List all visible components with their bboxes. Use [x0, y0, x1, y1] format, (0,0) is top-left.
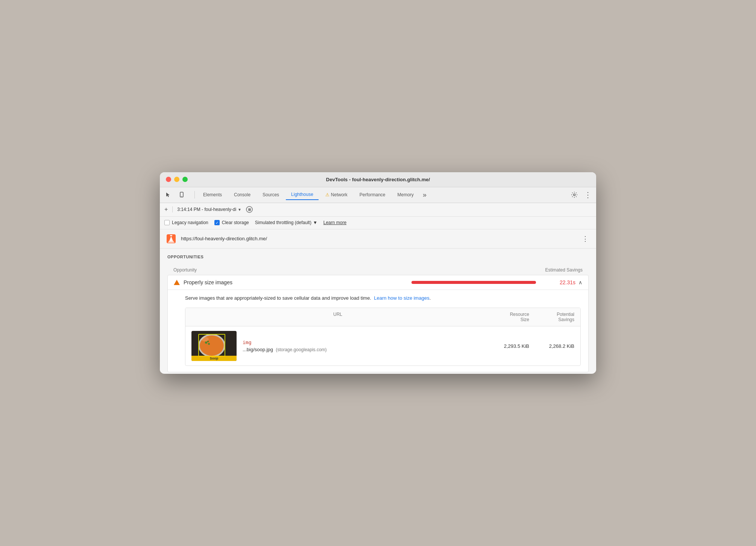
col-potential-savings-header: Potential Savings	[529, 312, 574, 322]
settings-button[interactable]	[569, 190, 580, 200]
tab-elements[interactable]: Elements	[198, 190, 227, 200]
legacy-navigation-check[interactable]	[164, 220, 170, 225]
audit-bar-container	[411, 281, 547, 284]
resource-savings-value: 2,268.2 KiB	[529, 343, 574, 349]
tab-sources[interactable]: Sources	[257, 190, 284, 200]
resource-url-column: img ...big/soop.jpg (storage.googleapis.…	[243, 340, 484, 352]
resource-thumbnail: Soop	[191, 331, 237, 361]
add-session-button[interactable]: +	[164, 206, 168, 213]
audit-title: Properly size images	[184, 279, 405, 285]
minimize-button[interactable]	[174, 177, 179, 182]
more-tabs-button[interactable]: »	[421, 190, 429, 200]
col-resource-size-header: Resource Size	[484, 312, 529, 322]
resource-row: Soop img ...big/soop.jpg (storage.google…	[185, 326, 580, 366]
throttling-label: Simulated throttling (default)	[255, 220, 311, 225]
thumbnail-label: Soop	[191, 356, 237, 361]
stop-icon	[248, 208, 251, 211]
session-text: 3:14:14 PM - foul-heavenly-di	[177, 207, 236, 212]
resource-size-value: 2,293.5 KiB	[484, 343, 529, 349]
page-url: https://foul-heavenly-direction.glitch.m…	[181, 236, 580, 241]
legacy-navigation-label: Legacy navigation	[172, 220, 208, 225]
audit-collapse-chevron-icon[interactable]: ∧	[578, 279, 582, 285]
learn-how-link[interactable]: Learn how to size images	[374, 295, 429, 301]
device-toggle-button[interactable]	[176, 190, 187, 200]
devtools-window: DevTools - foul-heavenly-direction.glitc…	[160, 172, 596, 374]
tab-network-label: Network	[331, 192, 348, 197]
clear-storage-checkbox[interactable]: ✓ Clear storage	[214, 220, 249, 225]
tab-memory[interactable]: Memory	[392, 190, 419, 200]
audit-row-header[interactable]: Properly size images 22.31s ∧	[168, 275, 588, 290]
resource-filename: ...big/soop.jpg (storage.googleapis.com)	[243, 347, 484, 352]
opportunities-table-header: Opportunity Estimated Savings	[167, 265, 589, 275]
clear-storage-check[interactable]: ✓	[214, 220, 220, 225]
audit-savings-bar	[411, 281, 536, 284]
toolbar-divider	[172, 206, 173, 212]
col-url-header: URL	[191, 312, 484, 322]
url-bar: https://foul-heavenly-direction.glitch.m…	[160, 229, 596, 249]
thumbnail-border	[198, 334, 225, 356]
col-header-savings: Estimated Savings	[545, 267, 583, 273]
tab-network[interactable]: ⚠ Network	[320, 190, 353, 200]
stop-button[interactable]	[246, 206, 253, 213]
cursor-tool-button[interactable]	[163, 190, 173, 200]
tab-performance[interactable]: Performance	[354, 190, 391, 200]
maximize-button[interactable]	[182, 177, 188, 182]
resource-table: URL Resource Size Potential Savings	[185, 308, 581, 366]
tab-console[interactable]: Console	[229, 190, 256, 200]
legacy-navigation-checkbox[interactable]: Legacy navigation	[164, 220, 208, 225]
secondary-toolbar: + 3:14:14 PM - foul-heavenly-di ▼	[160, 203, 596, 217]
options-bar: Legacy navigation ✓ Clear storage Simula…	[160, 217, 596, 229]
session-selector[interactable]: 3:14:14 PM - foul-heavenly-di ▼	[177, 207, 241, 212]
audit-expanded-content: Serve images that are appropriately-size…	[168, 290, 588, 372]
opportunities-section: OPPORTUNITIES Opportunity Estimated Savi…	[160, 249, 596, 373]
learn-more-link[interactable]: Learn more	[323, 220, 346, 225]
tab-bar-right: ⋮	[569, 190, 593, 200]
svg-rect-6	[169, 241, 174, 242]
svg-rect-7	[168, 242, 175, 243]
resource-table-header: URL Resource Size Potential Savings	[185, 308, 580, 326]
svg-rect-4	[170, 235, 172, 236]
tab-lighthouse[interactable]: Lighthouse	[286, 190, 319, 200]
throttling-selector[interactable]: Simulated throttling (default) ▼	[255, 220, 317, 225]
window-title: DevTools - foul-heavenly-direction.glitc…	[326, 177, 430, 182]
title-bar: DevTools - foul-heavenly-direction.glitc…	[160, 172, 596, 187]
traffic-lights	[166, 177, 188, 182]
audit-description: Serve images that are appropriately-size…	[185, 294, 581, 302]
lighthouse-logo-icon	[166, 234, 176, 244]
tab-bar: Elements Console Sources Lighthouse ⚠ Ne…	[160, 187, 596, 203]
svg-point-1	[181, 196, 182, 197]
audit-savings-value: 22.31s	[553, 279, 575, 285]
tab-separator	[194, 191, 195, 199]
col-header-opportunity: Opportunity	[173, 267, 545, 273]
close-button[interactable]	[166, 177, 171, 182]
url-more-button[interactable]: ⋮	[580, 233, 590, 244]
resource-element-tag: img	[243, 340, 484, 345]
session-dropdown-arrow: ▼	[238, 208, 241, 212]
clear-storage-label: Clear storage	[222, 220, 249, 225]
main-content: OPPORTUNITIES Opportunity Estimated Savi…	[160, 249, 596, 373]
resource-domain: (storage.googleapis.com)	[276, 347, 326, 352]
audit-warning-icon	[174, 279, 180, 286]
svg-point-2	[574, 194, 575, 196]
opportunities-title: OPPORTUNITIES	[167, 255, 589, 259]
network-warning-icon: ⚠	[325, 192, 329, 197]
tab-icons	[163, 190, 187, 200]
throttling-dropdown-arrow: ▼	[313, 220, 317, 225]
more-options-button[interactable]: ⋮	[583, 190, 593, 200]
audit-row-properly-size-images: Properly size images 22.31s ∧ Serve imag…	[167, 275, 589, 373]
add-icon: +	[164, 206, 168, 213]
